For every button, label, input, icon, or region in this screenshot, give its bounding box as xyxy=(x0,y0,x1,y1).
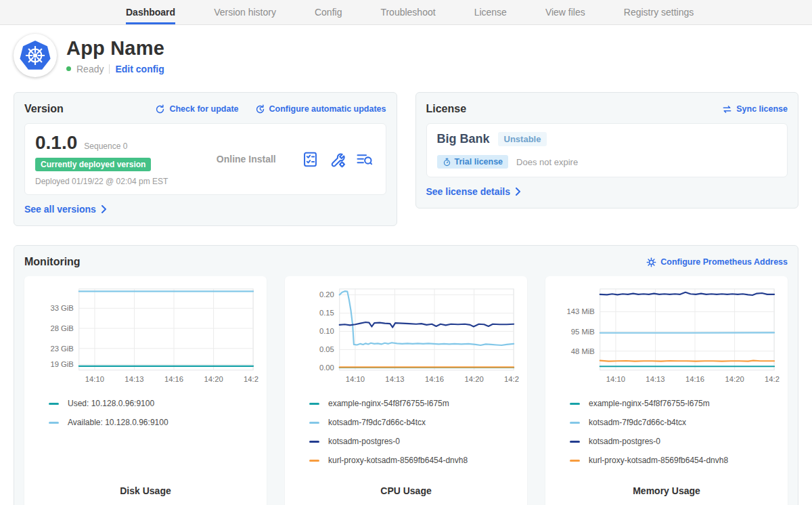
view-logs-icon[interactable] xyxy=(356,151,373,168)
legend-label: example-nginx-54f8f76755-l675m xyxy=(589,399,710,408)
chevron-right-icon xyxy=(515,188,521,196)
check-for-update-button[interactable]: Check for update xyxy=(155,104,238,114)
legend-swatch xyxy=(309,403,319,405)
configure-prometheus-button[interactable]: Configure Prometheus Address xyxy=(646,257,788,267)
svg-text:14:23: 14:23 xyxy=(244,375,258,383)
version-sequence: Sequence 0 xyxy=(84,141,127,151)
legend-swatch xyxy=(49,403,59,405)
chart-plot: 14:1014:1314:1614:2014:230.200.150.100.0… xyxy=(293,285,519,386)
tab-dashboard[interactable]: Dashboard xyxy=(126,0,175,24)
version-actions xyxy=(302,151,376,168)
legend-swatch xyxy=(309,422,319,424)
svg-text:14:16: 14:16 xyxy=(425,375,444,383)
page-title: App Name xyxy=(66,37,164,60)
version-number: 0.1.0 xyxy=(35,132,77,154)
charts-row: 14:1014:1314:1614:2014:2333 GiB28 GiB23 … xyxy=(24,276,788,505)
svg-text:14:10: 14:10 xyxy=(85,375,104,383)
legend-item: kotsadm-7f9dc7d66c-b4tcx xyxy=(570,413,780,432)
svg-text:33 GiB: 33 GiB xyxy=(50,304,74,312)
legend-item: kotsadm-7f9dc7d66c-b4tcx xyxy=(309,413,519,432)
chart-card-cpu-usage: 14:1014:1314:1614:2014:230.200.150.100.0… xyxy=(285,276,527,505)
sync-license-button[interactable]: Sync license xyxy=(722,104,788,114)
summary-row: Version Check for update Configure autom… xyxy=(0,92,812,226)
legend-item: kotsadm-postgres-0 xyxy=(309,432,519,451)
monitoring-title: Monitoring xyxy=(24,256,81,268)
svg-text:95 MiB: 95 MiB xyxy=(571,328,595,336)
legend-swatch xyxy=(309,460,319,462)
status-dot xyxy=(66,66,71,71)
tab-version-history[interactable]: Version history xyxy=(214,0,276,24)
customer-name: Big Bank xyxy=(437,132,490,146)
config-wrench-icon[interactable] xyxy=(329,151,346,168)
legend-swatch xyxy=(49,422,59,424)
legend-item: example-nginx-54f8f76755-l675m xyxy=(309,394,519,413)
svg-text:14:23: 14:23 xyxy=(765,375,780,383)
version-panel: Version Check for update Configure autom… xyxy=(14,92,397,226)
stopwatch-icon xyxy=(443,158,451,167)
preflight-checks-icon[interactable] xyxy=(302,151,319,168)
monitoring-panel: Monitoring Configure Prometheus Address … xyxy=(14,245,798,505)
chart-legend: example-nginx-54f8f76755-l675mkotsadm-7f… xyxy=(554,394,780,470)
svg-text:0.10: 0.10 xyxy=(319,327,334,335)
tab-view-files[interactable]: View files xyxy=(545,0,585,24)
chevron-right-icon xyxy=(101,205,107,213)
app-logo xyxy=(14,34,57,77)
legend-item: kurl-proxy-kotsadm-8569fb6454-dnvh8 xyxy=(570,451,780,470)
tab-troubleshoot[interactable]: Troubleshoot xyxy=(380,0,435,24)
svg-text:14:20: 14:20 xyxy=(725,375,744,383)
svg-text:0.20: 0.20 xyxy=(319,290,334,299)
license-expiry: Does not expire xyxy=(516,157,578,167)
see-license-details-link[interactable]: See license details xyxy=(426,186,522,197)
svg-text:14:20: 14:20 xyxy=(204,375,223,383)
svg-text:14:10: 14:10 xyxy=(346,375,365,383)
chart-card-disk-usage: 14:1014:1314:1614:2014:2333 GiB28 GiB23 … xyxy=(24,276,267,505)
tab-config[interactable]: Config xyxy=(315,0,342,24)
svg-text:14:23: 14:23 xyxy=(504,375,519,383)
svg-text:0.15: 0.15 xyxy=(319,309,334,317)
legend-item: Available: 10.128.0.96:9100 xyxy=(49,413,258,432)
chart-plot: 14:1014:1314:1614:2014:2333 GiB28 GiB23 … xyxy=(32,285,258,386)
svg-text:14:13: 14:13 xyxy=(385,375,404,383)
configure-automatic-updates-button[interactable]: Configure automatic updates xyxy=(255,104,386,114)
deployed-timestamp: Deployed 01/19/22 @ 02:04 pm EST xyxy=(35,177,191,186)
refresh-icon xyxy=(155,104,165,114)
top-navigation: DashboardVersion historyConfigTroublesho… xyxy=(0,0,812,25)
current-version-card: 0.1.0 Sequence 0 Currently deployed vers… xyxy=(24,123,386,195)
gear-icon xyxy=(646,257,656,267)
svg-text:14:16: 14:16 xyxy=(164,375,183,383)
see-all-versions-link[interactable]: See all versions xyxy=(24,204,107,215)
tab-registry-settings[interactable]: Registry settings xyxy=(624,0,694,24)
svg-text:23 GiB: 23 GiB xyxy=(50,345,74,353)
legend-label: example-nginx-54f8f76755-l675m xyxy=(328,399,449,408)
tab-license[interactable]: License xyxy=(474,0,507,24)
legend-label: Available: 10.128.0.96:9100 xyxy=(68,418,168,427)
license-type-badge: Trial license xyxy=(437,155,509,169)
deployed-badge: Currently deployed version xyxy=(35,158,151,171)
legend-label: Used: 10.128.0.96:9100 xyxy=(68,399,154,408)
svg-text:48 MiB: 48 MiB xyxy=(571,347,595,355)
edit-config-link[interactable]: Edit config xyxy=(115,64,164,74)
legend-swatch xyxy=(309,441,319,443)
license-panel: License Sync license Big Bank Unstable xyxy=(415,92,799,208)
status-badge: Ready xyxy=(76,64,104,74)
legend-item: kotsadm-postgres-0 xyxy=(570,432,780,451)
channel-badge: Unstable xyxy=(498,132,547,146)
clock-arrow-icon xyxy=(255,104,265,114)
legend-label: kotsadm-7f9dc7d66c-b4tcx xyxy=(328,418,426,427)
legend-swatch xyxy=(570,460,580,462)
kubernetes-wheel-icon xyxy=(20,41,51,70)
legend-item: kurl-proxy-kotsadm-8569fb6454-dnvh8 xyxy=(309,451,519,470)
chart-title: CPU Usage xyxy=(293,485,519,502)
legend-label: kurl-proxy-kotsadm-8569fb6454-dnvh8 xyxy=(589,456,728,465)
chart-plot: 14:1014:1314:1614:2014:23143 MiB95 MiB48… xyxy=(554,285,780,386)
dashboard-page: App Name Ready Edit config Version Check… xyxy=(0,25,812,505)
svg-text:14:10: 14:10 xyxy=(606,375,625,383)
version-panel-title: Version xyxy=(24,103,64,115)
legend-label: kotsadm-postgres-0 xyxy=(328,437,400,446)
chart-legend: Used: 10.128.0.96:9100Available: 10.128.… xyxy=(32,394,258,432)
svg-text:19 GiB: 19 GiB xyxy=(50,360,74,368)
svg-text:14:20: 14:20 xyxy=(464,375,483,383)
legend-label: kotsadm-7f9dc7d66c-b4tcx xyxy=(589,418,686,427)
svg-text:0.00: 0.00 xyxy=(319,364,334,372)
svg-text:143 MiB: 143 MiB xyxy=(567,307,595,315)
